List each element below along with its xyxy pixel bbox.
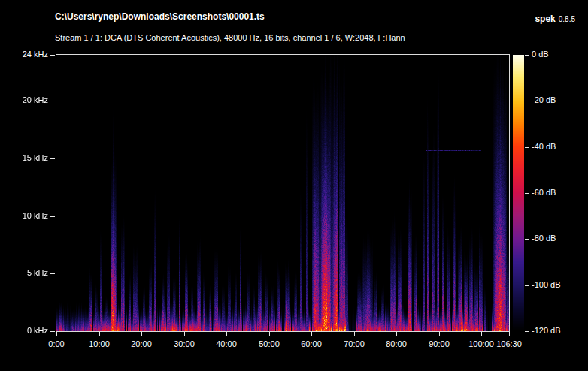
db-tick-mark — [525, 285, 529, 286]
db-tick-label: -60 dB — [532, 188, 556, 198]
freq-tick-label: 0 kHz — [0, 326, 48, 336]
freq-tick-label: 5 kHz — [0, 268, 48, 278]
freq-tick-mark — [50, 273, 55, 274]
freq-tick-mark — [50, 158, 55, 159]
time-tick-mark — [141, 332, 142, 336]
time-tick-label: 50:00 — [248, 339, 290, 349]
time-tick-mark — [481, 332, 482, 336]
time-tick-mark — [184, 332, 185, 336]
colorbar-gradient — [513, 55, 524, 331]
spectrogram-frame — [56, 54, 510, 332]
time-tick-label: 30:00 — [163, 339, 205, 349]
db-tick-label: 0 dB — [532, 50, 549, 59]
db-tick-mark — [525, 331, 529, 332]
time-tick-label: 10:00 — [78, 339, 120, 349]
db-tick-mark — [525, 193, 529, 194]
time-tick-label: 90:00 — [418, 339, 460, 349]
freq-tick-label: 20 kHz — [0, 95, 48, 105]
spek-window: C:\Users\rynep\Downloads\Screenshots\000… — [0, 0, 588, 371]
db-tick-mark — [525, 239, 529, 240]
time-tick-label: 106:30 — [488, 339, 530, 349]
time-tick-mark — [226, 332, 227, 336]
app-brand: spek0.8.5 — [535, 11, 575, 25]
db-tick-label: -120 dB — [532, 326, 561, 336]
freq-tick-label: 10 kHz — [0, 211, 48, 221]
time-tick-mark — [354, 332, 355, 336]
app-name: spek — [535, 14, 555, 24]
time-tick-mark — [99, 332, 100, 336]
db-tick-label: -100 dB — [532, 280, 561, 290]
time-tick-label: 20:00 — [120, 339, 162, 349]
time-tick-label: 0:00 — [35, 339, 77, 349]
time-tick-mark — [269, 332, 270, 336]
freq-tick-mark — [50, 101, 55, 101]
db-tick-mark — [525, 55, 529, 56]
stream-info: Stream 1 / 1: DCA (DTS Coherent Acoustic… — [55, 33, 405, 42]
file-path-title: C:\Users\rynep\Downloads\Screenshots\000… — [55, 11, 265, 22]
freq-tick-mark — [50, 216, 55, 217]
freq-tick-label: 24 kHz — [0, 50, 48, 59]
db-tick-mark — [525, 147, 529, 148]
db-tick-label: -80 dB — [532, 234, 556, 243]
time-tick-mark — [509, 332, 510, 336]
db-tick-label: -40 dB — [532, 142, 556, 152]
time-tick-label: 80:00 — [375, 339, 417, 349]
app-version: 0.8.5 — [559, 15, 575, 23]
freq-tick-label: 15 kHz — [0, 153, 48, 163]
time-tick-label: 70:00 — [333, 339, 375, 349]
db-tick-label: -20 dB — [532, 95, 556, 105]
freq-tick-mark — [50, 55, 55, 56]
spectrogram-canvas — [56, 55, 509, 331]
time-tick-label: 60:00 — [290, 339, 332, 349]
time-tick-mark — [396, 332, 397, 336]
time-tick-mark — [439, 332, 440, 336]
time-tick-label: 40:00 — [205, 339, 247, 349]
freq-tick-mark — [50, 331, 55, 332]
time-tick-mark — [311, 332, 312, 336]
time-tick-mark — [56, 332, 57, 336]
db-tick-mark — [525, 101, 529, 101]
